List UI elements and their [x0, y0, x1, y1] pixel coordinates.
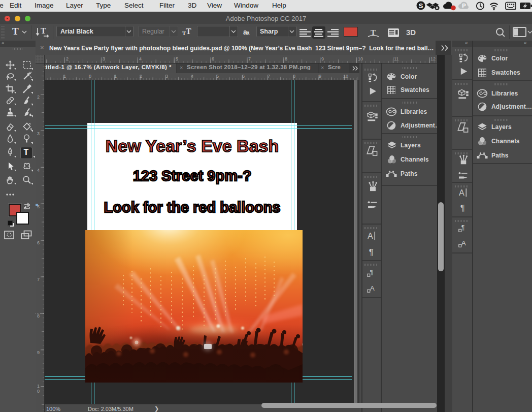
svg-text:S: S: [419, 2, 423, 10]
svg-text:P: P: [462, 3, 466, 9]
